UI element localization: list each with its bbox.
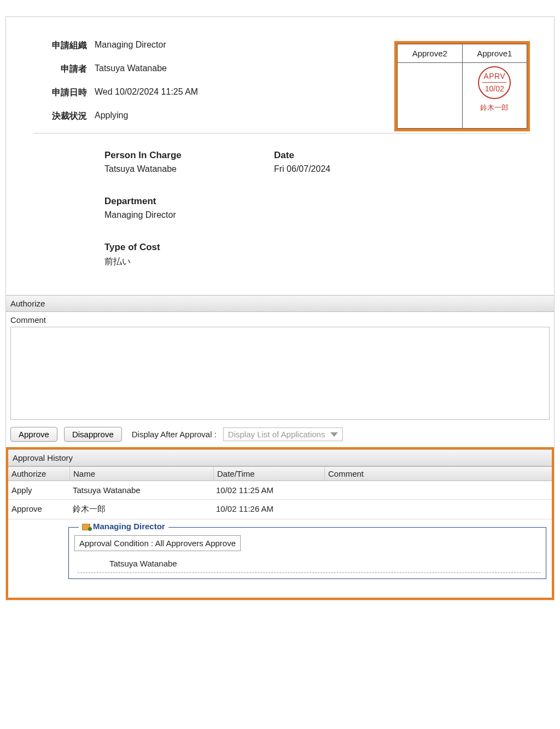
history-cell-date: 10/02 11:25 AM	[213, 481, 323, 499]
type-of-cost-label: Type of Cost	[104, 242, 274, 253]
divider	[33, 133, 527, 134]
approval-condition-value: All Approvers Approve	[155, 539, 236, 548]
approval-stamp-box: Approve2 Approve1 APRV 10/02 鈴木一郎	[394, 41, 530, 131]
history-cell-comment	[323, 500, 552, 519]
history-col-comment: Comment	[325, 467, 552, 481]
stamp-header-approve1: Approve1	[462, 44, 527, 63]
history-row: Approve 鈴木一郎 10/02 11:26 AM	[8, 500, 552, 519]
display-after-approval-label: Display After Approval :	[132, 430, 217, 439]
dashed-divider	[78, 572, 540, 573]
approval-condition-label: Approval Condition :	[79, 539, 153, 548]
flow-legend-label: Managing Director	[93, 522, 165, 531]
meta-org-label: 申請組織	[45, 34, 90, 57]
meta-date-label: 申請日時	[45, 82, 90, 104]
approval-history-section: Approval History Authorize Name Date/Tim…	[6, 447, 554, 600]
history-cell-name: Tatsuya Watanabe	[69, 481, 213, 499]
meta-applicant-label: 申請者	[45, 58, 90, 80]
display-after-approval-select[interactable]: Display List of Applications	[223, 427, 343, 441]
history-cell-auth: Apply	[8, 481, 69, 499]
person-in-charge-label: Person In Charge	[104, 150, 274, 161]
history-col-authorize: Authorize	[8, 467, 70, 481]
application-meta: 申請組織 Managing Director 申請者 Tatsuya Watan…	[44, 33, 202, 129]
comment-label: Comment	[6, 312, 554, 327]
meta-applicant-value: Tatsuya Watanabe	[91, 58, 201, 80]
approval-stamp-icon: APRV 10/02	[478, 66, 511, 99]
stamp-approver-name: 鈴木一郎	[463, 103, 527, 113]
meta-status-value: Applying	[91, 105, 201, 128]
stamp-date-text: 10/02	[479, 84, 510, 93]
history-col-datetime: Date/Time	[214, 467, 325, 481]
detail-date-label: Date	[274, 150, 516, 161]
comment-input[interactable]	[10, 327, 550, 420]
meta-status-label: 決裁状況	[45, 105, 90, 128]
stamp-cell-approve1: APRV 10/02 鈴木一郎	[462, 62, 527, 128]
approval-condition-box: Approval Condition : All Approvers Appro…	[74, 535, 241, 551]
meta-date-value: Wed 10/02/2024 11:25 AM	[91, 82, 201, 104]
stamp-aprv-text: APRV	[479, 72, 510, 80]
history-cell-comment	[323, 481, 552, 499]
disapprove-button[interactable]: Disapprove	[64, 427, 122, 442]
approve-button[interactable]: Approve	[10, 427, 57, 442]
flow-member-name: Tatsuya Watanabe	[74, 557, 540, 571]
person-in-charge-value: Tatsuya Watanabe	[104, 164, 274, 174]
detail-date-value: Fri 06/07/2024	[274, 164, 516, 174]
history-row: Apply Tatsuya Watanabe 10/02 11:25 AM	[8, 481, 552, 500]
display-after-approval-value: Display List of Applications	[228, 430, 325, 439]
history-cell-auth: Approve	[8, 500, 69, 519]
meta-org-value: Managing Director	[91, 34, 201, 57]
stamp-cell-approve2	[398, 62, 463, 128]
history-cell-date: 10/02 11:26 AM	[213, 500, 323, 519]
approval-flow-box: Managing Director Approval Condition : A…	[68, 527, 546, 579]
approval-history-header: Approval History	[8, 449, 552, 466]
authorize-section-header: Authorize	[6, 295, 554, 312]
history-cell-name: 鈴木一郎	[69, 500, 213, 519]
folder-group-icon	[82, 523, 91, 530]
department-value: Managing Director	[104, 210, 274, 220]
type-of-cost-value: 前払い	[104, 256, 274, 268]
history-col-name: Name	[70, 467, 214, 481]
chevron-down-icon	[330, 432, 338, 437]
department-label: Department	[104, 196, 274, 207]
stamp-header-approve2: Approve2	[398, 44, 463, 63]
